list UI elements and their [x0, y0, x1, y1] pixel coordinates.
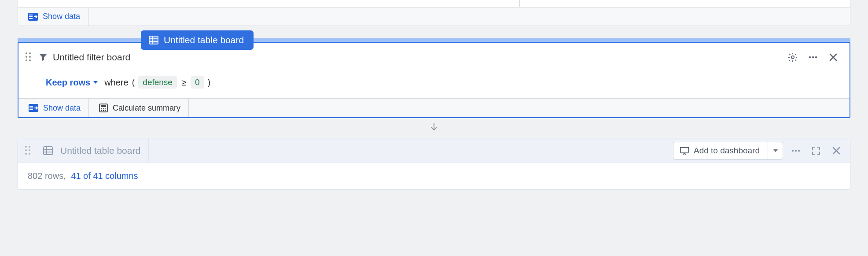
where-label: where	[104, 78, 128, 88]
svg-rect-29	[680, 148, 688, 153]
svg-rect-14	[29, 106, 33, 107]
result-meta: 802 rows, 41 of 41 columns	[18, 163, 850, 189]
result-table-card: Untitled table board Add to dashboard	[18, 138, 850, 189]
calculate-summary-label: Calculate summary	[113, 104, 180, 113]
calculate-summary-button[interactable]: Calculate summary	[89, 99, 189, 117]
table-icon	[149, 36, 158, 45]
result-table-title: Untitled table board	[60, 145, 140, 156]
settings-button[interactable]	[785, 50, 800, 65]
result-table-header: Untitled table board Add to dashboard	[18, 138, 850, 163]
svg-point-31	[792, 149, 794, 151]
table-board-tab-label: Untitled table board	[164, 35, 244, 45]
expand-icon	[811, 146, 821, 156]
svg-point-32	[795, 149, 797, 151]
filter-operator[interactable]: ≥	[180, 78, 187, 88]
svg-point-20	[103, 108, 104, 110]
svg-point-33	[798, 149, 800, 151]
svg-rect-3	[29, 18, 33, 19]
column-count-link[interactable]: 41 of 41 columns	[71, 171, 138, 181]
filter-expression: Keep rows where ( defense ≥ 0 )	[18, 68, 850, 98]
filter-value-token[interactable]: 0	[191, 76, 204, 89]
svg-rect-4	[149, 36, 158, 44]
more-options-button[interactable]	[788, 143, 803, 158]
filter-icon	[38, 52, 48, 63]
keep-rows-label: Keep rows	[46, 78, 90, 88]
table-icon	[43, 146, 53, 156]
caret-down-icon	[773, 148, 778, 153]
board-group-separator: Untitled table board	[18, 38, 850, 42]
svg-point-22	[101, 110, 103, 111]
row-count-label: 802 rows,	[28, 171, 66, 181]
filter-board-title: Untitled filter board	[53, 52, 130, 63]
drag-handle-icon[interactable]	[26, 52, 32, 62]
previous-board-card: Show data	[18, 0, 850, 26]
caret-down-icon	[93, 80, 98, 85]
close-button[interactable]	[829, 143, 844, 158]
show-data-button[interactable]: Show data	[18, 99, 89, 117]
more-options-button[interactable]	[805, 50, 820, 65]
close-icon	[831, 146, 841, 156]
svg-point-19	[101, 108, 103, 110]
filter-board-action-row: Show data Calculate summary	[18, 98, 850, 117]
svg-rect-18	[101, 105, 106, 107]
previous-board-action-row: Show data	[18, 7, 850, 26]
filter-board-card: Untitled filter board Keep rows	[18, 42, 850, 118]
more-icon	[791, 145, 801, 156]
svg-rect-2	[29, 16, 33, 17]
svg-rect-1	[29, 15, 33, 15]
svg-point-21	[105, 108, 106, 110]
add-to-dashboard-group: Add to dashboard	[673, 142, 783, 160]
filter-column-token[interactable]: defense	[138, 76, 177, 89]
show-data-icon	[28, 12, 38, 21]
action-row-spacer	[88, 7, 850, 26]
svg-point-24	[105, 110, 106, 111]
add-to-dashboard-label: Add to dashboard	[694, 146, 760, 156]
flow-arrow	[18, 118, 850, 138]
table-board-tab[interactable]: Untitled table board	[141, 30, 254, 50]
svg-rect-16	[29, 109, 33, 110]
gear-icon	[787, 52, 798, 63]
more-icon	[808, 52, 818, 63]
svg-point-9	[791, 56, 794, 59]
open-paren: (	[132, 78, 135, 88]
svg-point-10	[809, 56, 811, 58]
presentation-icon	[680, 146, 689, 155]
svg-rect-15	[29, 108, 33, 108]
svg-rect-25	[44, 147, 52, 155]
show-data-label: Show data	[43, 104, 81, 113]
show-data-icon	[28, 104, 39, 112]
calculator-icon	[99, 103, 108, 113]
add-to-dashboard-dropdown[interactable]	[768, 142, 783, 159]
arrow-down-icon	[430, 122, 438, 132]
expand-button[interactable]	[809, 143, 824, 158]
action-row-spacer	[189, 99, 850, 117]
svg-point-23	[103, 110, 104, 111]
show-data-button[interactable]: Show data	[18, 7, 88, 26]
close-icon	[828, 52, 838, 62]
show-data-label: Show data	[43, 12, 80, 21]
close-button[interactable]	[826, 50, 841, 65]
add-to-dashboard-button[interactable]: Add to dashboard	[673, 142, 768, 159]
previous-board-body	[18, 0, 850, 7]
drag-handle-icon[interactable]	[25, 146, 31, 156]
svg-point-11	[812, 56, 814, 58]
keep-rows-dropdown[interactable]: Keep rows	[46, 78, 98, 88]
svg-point-12	[815, 56, 817, 58]
close-paren: )	[208, 78, 211, 88]
